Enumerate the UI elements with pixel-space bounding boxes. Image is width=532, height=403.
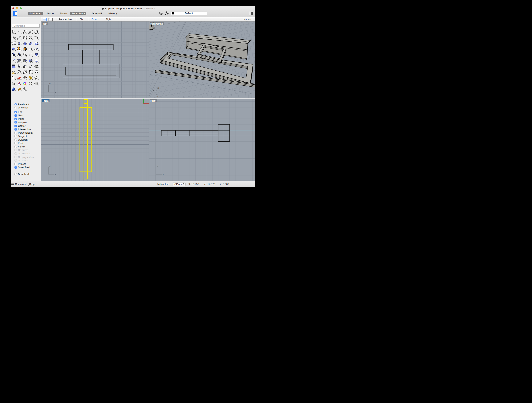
svg-text:x: x bbox=[55, 91, 56, 94]
svg-text:z: z bbox=[157, 164, 158, 167]
svg-text:y: y bbox=[163, 173, 164, 176]
svg-text:y: y bbox=[158, 86, 160, 89]
svg-text:x: x bbox=[150, 89, 151, 91]
svg-text:y: y bbox=[49, 82, 51, 85]
svg-text:z: z bbox=[49, 164, 51, 167]
svg-text:z: z bbox=[157, 95, 158, 98]
svg-text:x: x bbox=[55, 173, 56, 176]
